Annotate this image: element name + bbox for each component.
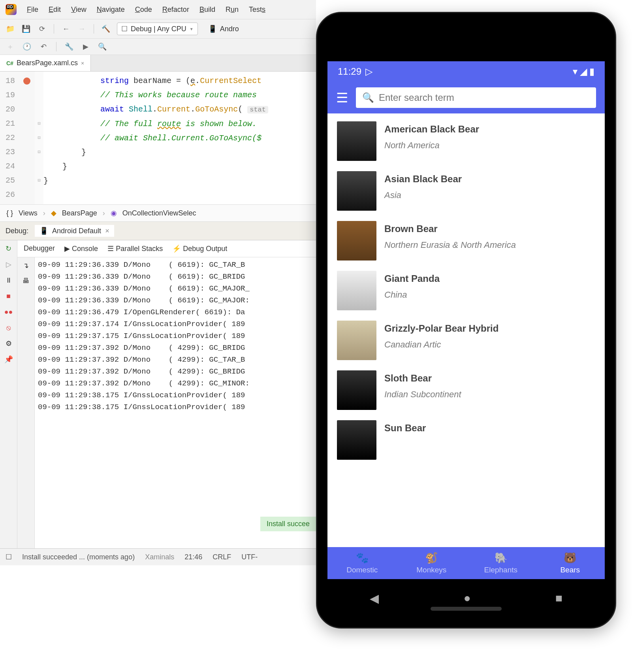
bear-thumbnail — [337, 121, 376, 161]
menu-run[interactable]: Run — [226, 6, 239, 14]
dropdown-icon: ▼ — [190, 27, 194, 31]
mute-breakpoints-icon[interactable]: ⦸ — [4, 323, 13, 332]
bear-location: North America — [384, 140, 479, 151]
bear-location: Asia — [384, 190, 462, 200]
settings-icon[interactable]: ⚙ — [4, 339, 13, 348]
debugger-tab[interactable]: Debugger — [24, 244, 55, 253]
tab-label: Monkeys — [416, 566, 446, 574]
print-icon[interactable]: 🖶 — [22, 276, 30, 285]
tab-elephants[interactable]: 🐘Elephants — [466, 547, 536, 579]
breadcrumb-item[interactable]: BearsPage — [62, 209, 97, 217]
status-encoding: UTF- — [241, 553, 258, 561]
debug-output-tab[interactable]: ⚡ Debug Output — [172, 244, 227, 253]
phone-inner: 11:29 ▷ ▾ ◢ ▮ ☰ 🔍 American Black Bear No… — [327, 23, 605, 617]
parallel-stacks-tab[interactable]: ☰ Parallel Stacks — [107, 244, 163, 253]
resume-icon[interactable]: ▷ — [4, 260, 13, 269]
list-item[interactable]: Sloth Bear Indian Subcontinent — [337, 370, 595, 410]
device-icon: 📱 — [208, 25, 217, 33]
open-icon[interactable]: 📁 — [6, 24, 15, 34]
secondary-toolbar: ＋ 🕐 ↶ 🔧 ▶ 🔍 — [0, 39, 316, 55]
menu-edit[interactable]: Edit — [49, 6, 61, 14]
menu-code[interactable]: Code — [135, 6, 152, 14]
debug-panel: ↻ ▷ ⏸ ■ ●● ⦸ ⚙ 📌 Debugger ▶ Console ☰ Pa… — [0, 240, 316, 548]
restart-icon[interactable]: ↻ — [4, 244, 13, 253]
menu-build[interactable]: Build — [199, 6, 215, 14]
editor-tab[interactable]: C# BearsPage.xaml.cs × — [0, 55, 91, 71]
step-icon[interactable]: ↴ — [22, 261, 30, 270]
config-select[interactable]: ☐ Debug | Any CPU ▼ — [117, 23, 198, 35]
clock-icon[interactable]: 🕐 — [22, 42, 32, 51]
list-item[interactable]: Brown Bear Northern Eurasia & North Amer… — [337, 221, 595, 260]
chevron-icon: › — [43, 209, 45, 217]
console-output[interactable]: 09-09 11:29:36.339 D/Mono ( 6619): GC_TA… — [35, 257, 253, 548]
preview-icon[interactable]: ▶ — [81, 42, 90, 51]
menu-refactor[interactable]: Refactor — [162, 6, 189, 14]
close-session-icon[interactable]: × — [105, 227, 109, 235]
list-item[interactable]: Sun Bear — [337, 420, 595, 460]
add-icon[interactable]: ＋ — [6, 42, 15, 51]
bear-location: Northern Eurasia & North America — [384, 240, 516, 250]
list-item[interactable]: Giant Panda China — [337, 271, 595, 310]
search-input[interactable] — [379, 92, 590, 103]
menu-file[interactable]: File — [27, 6, 38, 14]
save-icon[interactable]: 💾 — [21, 24, 31, 34]
menu-navigate[interactable]: Navigate — [97, 6, 125, 14]
search-icon[interactable]: 🔍 — [98, 42, 107, 51]
home-button[interactable]: ● — [463, 591, 470, 605]
debug-session-tab[interactable]: 📱 Android Default × — [35, 225, 114, 237]
bear-name: Sun Bear — [384, 423, 426, 434]
status-icon: ☐ — [6, 553, 12, 561]
phone-frame: 11:29 ▷ ▾ ◢ ▮ ☰ 🔍 American Black Bear No… — [316, 12, 616, 629]
recent-button[interactable]: ■ — [555, 591, 562, 605]
wifi-icon: ▾ — [573, 66, 577, 77]
breadcrumb-item[interactable]: Views — [19, 209, 38, 217]
refresh-icon[interactable]: ⟳ — [37, 24, 47, 34]
breadcrumb-icon: { } — [6, 209, 13, 217]
list-item[interactable]: Grizzly-Polar Bear Hybrid Canadian Artic — [337, 321, 595, 360]
close-tab-icon[interactable]: × — [81, 60, 84, 66]
tab-icon: 🐻 — [564, 552, 576, 564]
breakpoint-icon[interactable] — [23, 77, 30, 85]
list-item[interactable]: Asian Black Bear Asia — [337, 171, 595, 211]
bear-name: Grizzly-Polar Bear Hybrid — [384, 323, 498, 334]
menu-tests[interactable]: Tests — [249, 6, 265, 14]
tab-monkeys[interactable]: 🐒Monkeys — [397, 547, 466, 579]
stop-icon[interactable]: ■ — [4, 292, 13, 300]
search-icon: 🔍 — [362, 92, 374, 103]
forward-icon[interactable]: → — [77, 24, 87, 34]
status-eol: CRLF — [213, 553, 231, 561]
tab-domestic[interactable]: 🐾Domestic — [327, 547, 397, 579]
speaker-bottom — [431, 607, 502, 611]
bear-thumbnail — [337, 370, 376, 410]
wrench-icon[interactable]: 🔧 — [64, 42, 74, 51]
separator — [94, 24, 94, 34]
bear-list[interactable]: American Black Bear North America Asian … — [327, 113, 605, 547]
list-item[interactable]: American Black Bear North America — [337, 121, 595, 161]
code-content[interactable]: string bearName = (e.CurrentSelect // Th… — [43, 72, 268, 204]
tab-bears[interactable]: 🐻Bears — [536, 547, 605, 579]
hamburger-icon[interactable]: ☰ — [336, 90, 348, 106]
bear-thumbnail — [337, 321, 376, 360]
breadcrumb-item[interactable]: OnCollectionViewSelec — [122, 209, 196, 217]
main-toolbar: 📁 💾 ⟳ ← → 🔨 ☐ Debug | Any CPU ▼ 📱 Andro — [0, 19, 316, 39]
breakpoints-icon[interactable]: ●● — [4, 308, 13, 316]
pause-icon[interactable]: ⏸ — [4, 276, 13, 285]
breadcrumb: { } Views › ◆ BearsPage › ◉ OnCollection… — [0, 204, 316, 222]
code-editor[interactable]: 181920212223242526 ⊟⊟⊟⊟ string bearName … — [0, 72, 316, 204]
menubar: File Edit View Navigate Code Refactor Bu… — [0, 0, 316, 19]
menu-view[interactable]: View — [71, 6, 87, 14]
search-field[interactable]: 🔍 — [356, 87, 596, 108]
bear-thumbnail — [337, 271, 376, 310]
pin-icon[interactable]: 📌 — [4, 355, 13, 364]
tab-icon: 🐾 — [356, 552, 369, 564]
back-button[interactable]: ◀ — [370, 591, 379, 605]
target-select[interactable]: 📱 Andro — [204, 23, 243, 35]
back-icon[interactable]: ← — [61, 24, 71, 34]
bear-location: Indian Subcontinent — [384, 389, 461, 400]
build-icon[interactable]: 🔨 — [101, 24, 111, 34]
session-name: Android Default — [52, 227, 101, 235]
undo-icon[interactable]: ↶ — [39, 42, 48, 51]
gutter: 181920212223242526 ⊟⊟⊟⊟ — [0, 72, 43, 204]
console-tab[interactable]: ▶ Console — [64, 244, 98, 253]
bottom-tabs: 🐾Domestic🐒Monkeys🐘Elephants🐻Bears — [327, 547, 605, 579]
